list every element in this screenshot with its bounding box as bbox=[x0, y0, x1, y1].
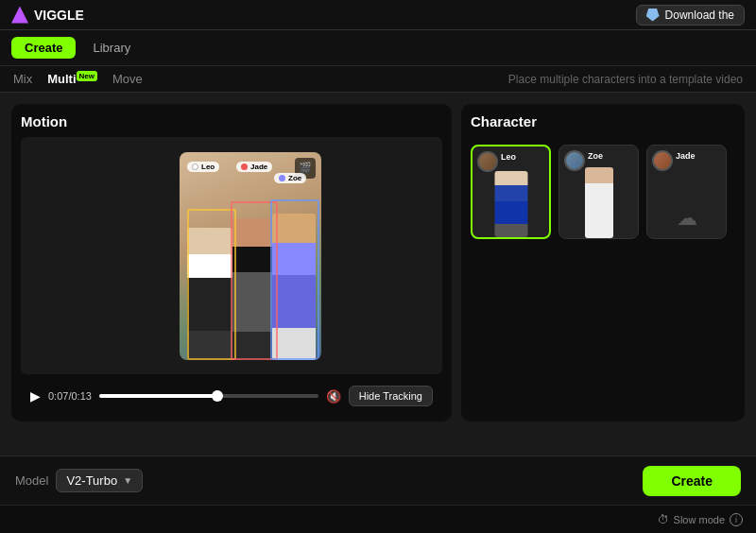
avatar-leo bbox=[477, 151, 498, 172]
leo-dot bbox=[192, 163, 198, 170]
slow-mode-label: Slow mode bbox=[674, 514, 725, 525]
character-card-jade[interactable]: Jade ☁ bbox=[646, 145, 727, 239]
avatar-zoe bbox=[564, 150, 585, 171]
character-card-leo[interactable]: Leo bbox=[471, 145, 551, 239]
char-name-leo: Leo bbox=[501, 152, 516, 162]
character-panel: Character Leo Zoe Jade ☁ bbox=[461, 104, 745, 421]
main-tabrow: Create Library bbox=[0, 30, 756, 66]
info-icon[interactable]: i bbox=[730, 513, 743, 526]
main-content: Motion 🎬 Leo Jade bbox=[0, 93, 756, 433]
zoe-dot bbox=[279, 175, 285, 181]
time-display: 0:07/0:13 bbox=[48, 390, 92, 402]
bottom-bar: Model V2-Turbo ▼ Create bbox=[0, 456, 756, 505]
motion-panel: Motion 🎬 Leo Jade bbox=[11, 104, 452, 421]
tab-create[interactable]: Create bbox=[11, 37, 76, 59]
char-figure-zoe bbox=[585, 167, 613, 238]
play-button[interactable]: ▶ bbox=[30, 388, 41, 404]
model-value: V2-Turbo bbox=[66, 473, 117, 488]
tracking-leo bbox=[187, 209, 236, 360]
hide-tracking-button[interactable]: Hide Tracking bbox=[349, 386, 433, 406]
tab-library[interactable]: Library bbox=[83, 37, 140, 59]
logo-text: VIGGLE bbox=[34, 8, 84, 23]
logo-icon bbox=[11, 7, 28, 24]
jade-dot bbox=[241, 163, 248, 170]
logo: VIGGLE bbox=[11, 7, 84, 24]
leo-label: Leo bbox=[187, 162, 219, 174]
footer-bar: ⏱ Slow mode i bbox=[0, 505, 756, 533]
multi-badge: New bbox=[77, 71, 97, 81]
subtabs: Mix MultiNew Move bbox=[13, 72, 143, 86]
motion-title: Motion bbox=[21, 113, 442, 129]
character-card-zoe[interactable]: Zoe bbox=[558, 145, 639, 239]
char-figure-leo bbox=[494, 171, 527, 237]
subtitle-text: Place multiple characters into a templat… bbox=[508, 73, 743, 86]
progress-bar[interactable] bbox=[99, 394, 318, 398]
progress-thumb bbox=[212, 390, 223, 402]
jade-label: Jade bbox=[236, 162, 272, 174]
download-label: Download the bbox=[665, 9, 734, 22]
char-name-jade: Jade bbox=[676, 151, 696, 161]
tab-mix[interactable]: Mix bbox=[13, 72, 32, 86]
tab-multi[interactable]: MultiNew bbox=[47, 72, 97, 86]
progress-fill bbox=[99, 394, 217, 398]
video-area: 🎬 Leo Jade bbox=[21, 137, 442, 374]
video-preview: 🎬 Leo Jade bbox=[180, 152, 321, 360]
chevron-down-icon: ▼ bbox=[123, 475, 132, 486]
tracking-zoe bbox=[270, 199, 319, 360]
avatar-jade bbox=[652, 150, 673, 171]
controls-bar: ▶ 0:07/0:13 🔇 Hide Tracking bbox=[21, 380, 442, 412]
zoe-label: Zoe bbox=[274, 173, 306, 185]
create-button[interactable]: Create bbox=[643, 466, 741, 496]
slow-mode-toggle[interactable]: ⏱ Slow mode i bbox=[658, 513, 743, 526]
topbar: VIGGLE Download the bbox=[0, 0, 756, 30]
slow-mode-icon: ⏱ bbox=[658, 513, 669, 526]
volume-icon[interactable]: 🔇 bbox=[326, 389, 341, 404]
viggle-icon bbox=[646, 9, 660, 22]
subtab-row: Mix MultiNew Move Place multiple charact… bbox=[0, 66, 756, 93]
char-name-zoe: Zoe bbox=[588, 151, 603, 161]
model-dropdown[interactable]: V2-Turbo ▼ bbox=[56, 469, 143, 492]
download-button[interactable]: Download the bbox=[636, 5, 745, 26]
tab-move[interactable]: Move bbox=[112, 72, 143, 86]
char-figure-jade: ☁ bbox=[677, 206, 697, 231]
character-grid: Leo Zoe Jade ☁ bbox=[471, 145, 735, 239]
character-title: Character bbox=[471, 113, 735, 129]
model-selector: Model V2-Turbo ▼ bbox=[15, 469, 143, 492]
model-label: Model bbox=[15, 473, 48, 488]
